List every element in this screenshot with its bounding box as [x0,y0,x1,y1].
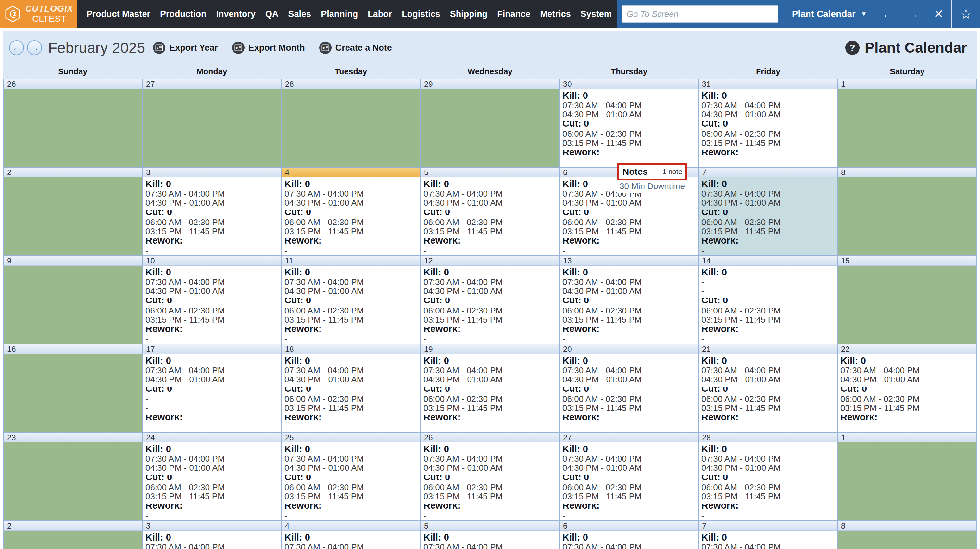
day-cell[interactable]: 30Kill: 007:30 AM - 04:00 PM04:30 PM - 0… [560,79,699,168]
day-cell[interactable]: 25Kill: 007:30 AM - 04:00 PM04:30 PM - 0… [282,433,421,521]
day-cell[interactable]: 7Kill: 007:30 AM - 04:00 PM04:30 PM - 01… [699,521,838,549]
next-month-button[interactable]: → [27,40,42,55]
kill-shift-time: 07:30 AM - 04:00 PM [285,366,418,375]
nav-item-finance[interactable]: Finance [492,9,535,19]
nav-item-metrics[interactable]: Metrics [535,9,576,19]
cut-section-label: Cut: 0 [145,210,278,217]
kill-shift-time: 04:30 PM - 01:00 AM [702,110,835,119]
day-cell[interactable]: 3Kill: 007:30 AM - 04:00 PM04:30 PM - 01… [143,521,282,549]
day-cell[interactable]: 26Kill: 007:30 AM - 04:00 PM04:30 PM - 0… [421,433,560,521]
kill-shift-time: 07:30 AM - 04:00 PM [285,543,418,549]
day-cell[interactable]: 26 [4,79,143,168]
day-cell[interactable]: 28Kill: 007:30 AM - 04:00 PM04:30 PM - 0… [699,433,838,521]
day-number: 18 [285,345,294,353]
day-cell[interactable]: 4Kill: 007:30 AM - 04:00 PM04:30 PM - 01… [282,168,421,256]
export-year-button[interactable]: xExport Year [153,41,218,54]
kill-shift-time: 04:30 PM - 01:00 AM [562,198,695,207]
day-cell[interactable]: 5Kill: 007:30 AM - 04:00 PM04:30 PM - 01… [421,168,560,256]
kill-section-label: Kill: 0 [702,355,835,366]
day-cell[interactable]: 29 [421,79,560,168]
nav-item-shipping[interactable]: Shipping [445,9,492,19]
kill-section-label: Kill: 0 [423,267,557,278]
day-cell[interactable]: 16 [4,344,143,433]
weekday-header-friday: Friday [698,67,837,77]
cut-section-label: Cut: 0 [562,475,695,482]
day-cell-body: Kill: 007:30 AM - 04:00 PM04:30 PM - 01:… [143,531,281,549]
top-nav-bar: CUTLOGIX CLTEST Product MasterProduction… [0,0,980,28]
day-cell[interactable]: 27 [143,79,282,168]
day-cell[interactable]: 28 [282,79,421,168]
favorite-star-button[interactable]: ☆ [960,6,972,22]
nav-item-system[interactable]: System [576,9,617,19]
day-cell[interactable]: 6Kill: 007:30 AM - 04:00 PM04:30 PM - 01… [560,521,699,549]
nav-item-production[interactable]: Production [155,9,212,19]
nav-item-qa[interactable]: QA [261,9,283,19]
help-button[interactable]: ? [845,41,859,55]
nav-back-button[interactable]: ← [875,0,901,28]
cut-shift-time: 06:00 AM - 02:30 PM [562,306,695,315]
day-cell[interactable]: 15 [838,256,977,344]
day-cell[interactable]: 1 [838,433,977,521]
nav-item-product-master[interactable]: Product Master [82,9,156,19]
nav-close-button[interactable]: ✕ [926,0,951,28]
rework-section-clip: Rework: [423,504,557,511]
day-cell-header: 22 [838,344,976,354]
day-cell[interactable]: 7Kill: 007:30 AM - 04:00 PM04:30 PM - 01… [699,168,838,256]
day-cell[interactable]: 13Kill: 007:30 AM - 04:00 PM04:30 PM - 0… [560,256,699,344]
day-cell[interactable]: 12Kill: 007:30 AM - 04:00 PM04:30 PM - 0… [421,256,560,344]
day-cell[interactable]: 9 [4,256,143,344]
nav-item-sales[interactable]: Sales [283,9,316,19]
goto-screen-input[interactable] [622,5,778,23]
rework-section-clip: Rework: [423,238,557,246]
day-cell[interactable]: 14Kill: 0--Cut: 006:00 AM - 02:30 PM03:1… [699,256,838,344]
day-cell[interactable]: 31Kill: 007:30 AM - 04:00 PM04:30 PM - 0… [699,79,838,168]
kill-shift-time: 07:30 AM - 04:00 PM [423,278,557,287]
prev-month-button[interactable]: ← [9,40,24,55]
day-cell[interactable]: 8 [838,521,977,549]
logo-text: CUTLOGIX CLTEST [25,4,73,24]
day-cell[interactable]: 4Kill: 007:30 AM - 04:00 PM04:30 PM - 01… [282,521,421,549]
day-cell[interactable]: 3Kill: 007:30 AM - 04:00 PM04:30 PM - 01… [143,168,282,256]
weekday-header-sunday: Sunday [3,67,142,77]
screen-selector[interactable]: Plant Calendar ▼ [784,0,875,28]
day-cell[interactable]: 8 [838,168,977,256]
day-cell[interactable]: 10Kill: 007:30 AM - 04:00 PM04:30 PM - 0… [143,256,282,344]
kill-section-label: Kill: 0 [285,444,418,454]
day-cell[interactable]: 11Kill: 007:30 AM - 04:00 PM04:30 PM - 0… [282,256,421,344]
day-cell[interactable]: 24Kill: 007:30 AM - 04:00 PM04:30 PM - 0… [143,433,282,521]
day-cell[interactable]: 21Kill: 007:30 AM - 04:00 PM04:30 PM - 0… [699,344,838,433]
nav-item-planning[interactable]: Planning [316,9,363,19]
day-cell[interactable]: 2 [4,168,143,256]
note-item[interactable]: 30 Min Downtime [617,180,687,193]
day-cell[interactable]: 2 [4,521,143,549]
day-cell[interactable]: 18Kill: 007:30 AM - 04:00 PM04:30 PM - 0… [282,344,421,433]
day-cell-header: 28 [282,79,420,89]
kill-shift-time: 04:30 PM - 01:00 AM [423,287,557,295]
day-cell[interactable]: 23 [4,433,143,521]
day-cell[interactable]: 27Kill: 007:30 AM - 04:00 PM04:30 PM - 0… [560,433,699,521]
create-note-button[interactable]: xCreate a Note [319,41,392,54]
nav-item-labor[interactable]: Labor [363,9,397,19]
day-cell[interactable]: 17Kill: 007:30 AM - 04:00 PM04:30 PM - 0… [143,344,282,433]
day-cell-header: 16 [4,344,142,354]
day-cell[interactable]: 19Kill: 007:30 AM - 04:00 PM04:30 PM - 0… [421,344,560,433]
day-cell[interactable]: 1 [838,79,977,168]
day-cell-body: Kill: 007:30 AM - 04:00 PM04:30 PM - 01:… [421,442,559,520]
day-cell[interactable]: 5Kill: 007:30 AM - 04:00 PM04:30 PM - 01… [421,521,560,549]
nav-forward-button[interactable]: → [901,0,926,28]
day-number: 3 [146,521,150,530]
nav-item-inventory[interactable]: Inventory [212,9,261,19]
rework-section-clip: Rework: [562,238,695,246]
day-cell-body: Kill: 007:30 AM - 04:00 PM04:30 PM - 01:… [699,442,837,520]
rework-section-clip: Rework: [423,327,557,335]
kill-shift-time: 07:30 AM - 04:00 PM [423,454,557,463]
cut-section-label: Cut: 0 [423,210,557,217]
day-cell[interactable]: 22Kill: 007:30 AM - 04:00 PM04:30 PM - 0… [838,344,977,433]
day-cell[interactable]: 20Kill: 007:30 AM - 04:00 PM04:30 PM - 0… [560,344,699,433]
kill-shift-time: 04:30 PM - 01:00 AM [562,287,695,295]
cut-section-label: Cut: 0 [702,475,835,482]
rework-value: - [145,423,278,432]
cut-section-label: Cut: 0 [702,121,835,129]
nav-item-logistics[interactable]: Logistics [397,9,445,19]
export-month-button[interactable]: xExport Month [232,41,305,54]
